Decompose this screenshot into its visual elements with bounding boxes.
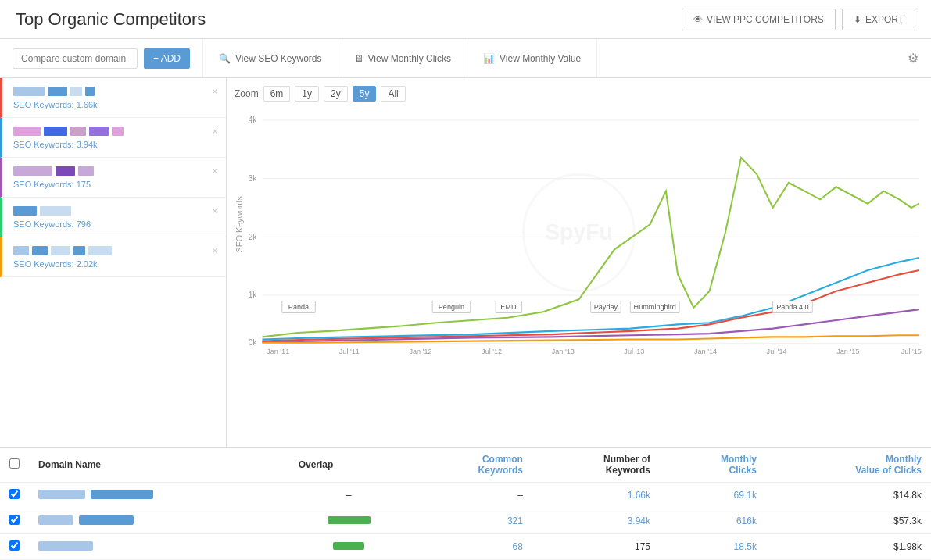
zoom-1y[interactable]: 1y	[295, 86, 319, 102]
td-domain	[29, 508, 289, 534]
y-label-2k: 2k	[249, 232, 257, 241]
row-checkbox[interactable]	[9, 489, 20, 499]
td-monthly-value: $57.3k	[766, 508, 931, 534]
td-overlap	[289, 534, 409, 560]
annotation-panda-label: Panda	[288, 303, 310, 311]
bar-segment	[13, 87, 45, 96]
x-label-jan13: Jan '13	[552, 347, 575, 355]
line-blue	[262, 258, 918, 340]
td-checkbox	[0, 483, 29, 508]
td-common-kw: 68	[409, 534, 532, 560]
row-checkbox[interactable]	[9, 540, 20, 551]
sidebar: SEO Keywords: 1.66k × SEO Keywords: 3.94…	[0, 78, 227, 447]
competitor-bar-row	[13, 126, 215, 137]
close-button[interactable]: ×	[212, 245, 218, 256]
competitor-label: SEO Keywords: 175	[13, 180, 215, 189]
competitor-bar-row	[13, 245, 215, 256]
bar-segment	[112, 127, 124, 136]
bar-segment	[32, 246, 48, 255]
competitor-bar-row	[13, 86, 215, 97]
settings-button[interactable]: ⚙	[895, 39, 931, 77]
export-button[interactable]: ⬇ EXPORT	[842, 9, 915, 30]
chart-container: SpyFu 4k 3k 2k 1k 0k SEO Keywords	[235, 108, 923, 358]
page-title: Top Organic Competitors	[16, 9, 206, 30]
zoom-controls: Zoom 6m 1y 2y 5y All	[235, 86, 923, 102]
td-monthly-clicks: 69.1k	[660, 483, 766, 508]
toolbar: + ADD 🔍 View SEO Keywords 🖥 View Monthly…	[0, 39, 931, 78]
chart-svg: SpyFu 4k 3k 2k 1k 0k SEO Keywords	[235, 108, 923, 358]
x-label-jan12: Jan '12	[409, 347, 431, 355]
td-overlap	[289, 508, 409, 534]
overlap-bar	[333, 542, 364, 550]
bar-segment	[13, 246, 29, 255]
th-monthly-clicks[interactable]: MonthlyClicks	[660, 448, 766, 483]
row-checkbox[interactable]	[9, 515, 20, 525]
x-label-jul13: Jul '13	[624, 347, 644, 355]
compare-input[interactable]	[13, 48, 138, 69]
toolbar-left: + ADD	[0, 39, 203, 77]
x-label-jan15: Jan '15	[836, 347, 859, 355]
bar-segment	[89, 127, 109, 136]
view-ppc-button[interactable]: 👁 VIEW PPC COMPETITORS	[682, 9, 836, 30]
close-button[interactable]: ×	[212, 205, 218, 216]
bar-segment	[88, 246, 112, 255]
bar-segment	[13, 166, 52, 176]
td-checkbox	[0, 508, 29, 534]
td-monthly-value: $14.8k	[766, 483, 931, 508]
data-table-section: Domain Name Overlap CommonKeywords Numbe…	[0, 447, 931, 560]
bar-segment	[78, 166, 94, 176]
bar-segment	[40, 206, 71, 216]
competitor-label: SEO Keywords: 796	[13, 219, 215, 229]
competitors-table: Domain Name Overlap CommonKeywords Numbe…	[0, 448, 931, 560]
add-button[interactable]: + ADD	[144, 48, 190, 69]
bar-segment	[85, 87, 95, 96]
y-label-4k: 4k	[249, 116, 257, 124]
zoom-all[interactable]: All	[381, 86, 405, 102]
annotation-payday-label: Payday	[594, 303, 618, 311]
td-common-kw: 321	[409, 508, 532, 534]
select-all-checkbox[interactable]	[9, 458, 20, 469]
annotation-hummingbird-label: Hummingbird	[634, 303, 676, 311]
y-axis-title: SEO Keywords	[235, 196, 244, 252]
th-domain: Domain Name	[29, 448, 289, 483]
competitor-bar-row	[13, 166, 215, 177]
competitor-item: SEO Keywords: 175 ×	[0, 158, 226, 198]
td-monthly-clicks: 616k	[660, 508, 766, 534]
close-button[interactable]: ×	[212, 166, 218, 177]
zoom-6m[interactable]: 6m	[263, 86, 291, 102]
td-monthly-value: $1.98k	[766, 534, 931, 560]
table-row: – – 1.66k 69.1k $14.8k	[0, 483, 931, 508]
competitor-label: SEO Keywords: 3.94k	[13, 140, 215, 149]
zoom-2y[interactable]: 2y	[324, 86, 348, 102]
td-monthly-clicks: 18.5k	[660, 534, 766, 560]
toolbar-tabs: 🔍 View SEO Keywords 🖥 View Monthly Click…	[203, 39, 895, 77]
bar-segment	[56, 166, 75, 176]
x-label-jul11: Jul '11	[339, 347, 360, 355]
x-label-jan14: Jan '14	[694, 347, 717, 355]
page-wrapper: Top Organic Competitors 👁 VIEW PPC COMPE…	[0, 0, 931, 560]
close-button[interactable]: ×	[212, 126, 218, 137]
content-area: SEO Keywords: 1.66k × SEO Keywords: 3.94…	[0, 78, 931, 560]
zoom-5y[interactable]: 5y	[353, 86, 377, 102]
th-common-keywords[interactable]: CommonKeywords	[409, 448, 532, 483]
th-num-keywords[interactable]: Number ofKeywords	[532, 448, 660, 483]
bar-segment	[51, 246, 70, 255]
x-label-jul12: Jul '12	[482, 347, 502, 355]
tab-seo-keywords[interactable]: 🔍 View SEO Keywords	[203, 39, 338, 77]
x-label-jan11: Jan '11	[267, 347, 289, 355]
top-bar: Top Organic Competitors 👁 VIEW PPC COMPE…	[0, 0, 931, 39]
tab-monthly-value[interactable]: 📊 View Monthly Value	[467, 39, 597, 77]
chart-area: Zoom 6m 1y 2y 5y All SpyFu	[227, 78, 931, 447]
competitor-item: SEO Keywords: 796 ×	[0, 198, 226, 237]
ppc-icon: 👁	[693, 14, 703, 25]
td-num-kw: 3.94k	[532, 508, 660, 534]
search-icon: 🔍	[219, 53, 231, 64]
bar-segment	[73, 246, 85, 255]
th-monthly-value[interactable]: MonthlyValue of Clicks	[766, 448, 931, 483]
close-button[interactable]: ×	[212, 86, 218, 97]
td-num-kw: 1.66k	[532, 483, 660, 508]
x-label-jul15: Jul '15	[901, 347, 922, 355]
bar-segment	[13, 127, 41, 136]
tab-monthly-clicks[interactable]: 🖥 View Monthly Clicks	[338, 39, 467, 77]
competitor-label: SEO Keywords: 1.66k	[13, 100, 215, 109]
